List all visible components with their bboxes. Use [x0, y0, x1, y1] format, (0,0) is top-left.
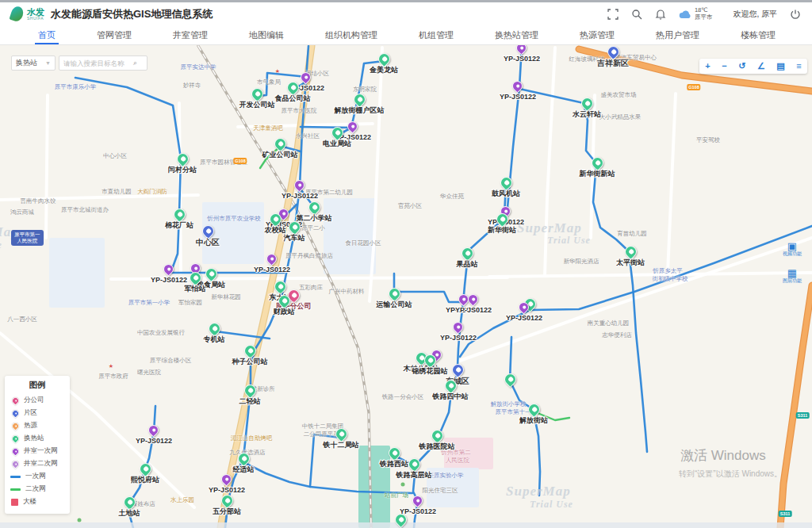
map-pin-label: YP-JS0122 — [504, 55, 540, 63]
reset-view-button[interactable]: ↺ — [738, 62, 745, 71]
nav-item-8[interactable]: 热源管理 — [559, 25, 635, 44]
map-poi-label: 南关重心幼儿园 — [588, 319, 630, 327]
map-poi-label: 食日花园小区 — [346, 239, 381, 247]
logo-text: 水发 — [27, 8, 44, 16]
map-poi-label: 官苑小区 — [398, 202, 422, 210]
well-primary-pin[interactable] — [410, 493, 424, 507]
watermark-text: Trial Use — [547, 235, 591, 247]
nav-item-2[interactable]: 管网管理 — [76, 25, 152, 44]
well-primary-pin[interactable] — [450, 319, 465, 334]
map-pin-label: 锦绣花园站 — [412, 366, 448, 377]
map-pin-label: 铁路高层站 — [396, 470, 432, 480]
nav-item-3[interactable]: 井室管理 — [152, 25, 228, 44]
legend-item-label: 井室一次网 — [24, 446, 58, 456]
map-pin-label: 新华街站 — [488, 225, 516, 235]
map-pin-label: YP-JS0122 — [500, 93, 536, 101]
legend-line-icon — [10, 488, 21, 491]
legend-item-4: 换热站 — [10, 432, 64, 445]
power-icon[interactable] — [790, 9, 801, 20]
map-pin-label: 五分部站 — [213, 507, 241, 517]
map-pin-label: 棉花厂站 — [165, 220, 193, 231]
map-poi-label: 湄江山自助烤吧 — [231, 434, 273, 442]
legend-pin-icon — [10, 421, 21, 431]
map-pin-label: 专机站 — [204, 335, 225, 345]
search-category-value: 换热站 — [16, 58, 37, 68]
nav-item-7[interactable]: 换热站管理 — [474, 25, 559, 44]
nav-item-10[interactable]: 楼栋管理 — [720, 25, 796, 44]
side-button-2[interactable]: ▦图层功能 — [780, 268, 804, 284]
map-pin-label: 中心区 — [196, 237, 220, 248]
map-poi-label: 天津童酒吧 — [253, 124, 283, 132]
app-logo: 水发 SHUIFA — [11, 6, 44, 21]
zoom-in-button[interactable]: + — [705, 62, 710, 71]
nav-item-5[interactable]: 组织机构管理 — [304, 25, 398, 44]
map-poi-label: 志华便利店 — [602, 331, 632, 339]
legend-list-button[interactable]: ≡ — [796, 62, 801, 71]
map-pin-label: YP-JS0122 — [455, 306, 492, 314]
measure-button[interactable]: ∠ — [757, 62, 765, 71]
layers-icon: ▦ — [780, 268, 804, 278]
well-primary-pin[interactable] — [345, 119, 359, 133]
map-poi-label: 永兴社区 — [296, 132, 320, 140]
legend-item-6: 井室二次网 — [10, 457, 64, 470]
zoom-out-button[interactable]: − — [722, 62, 726, 71]
legend-item-label: 分公司 — [24, 396, 44, 405]
well-primary-pin[interactable] — [510, 78, 524, 93]
nav-item-9[interactable]: 热用户管理 — [635, 25, 720, 44]
window-edge — [0, 0, 812, 2]
weather-icon — [679, 10, 691, 19]
map-poi-label: 大阎门消防 — [137, 188, 167, 196]
well-primary-pin[interactable] — [161, 262, 175, 276]
activation-text: 激活 Windows — [680, 446, 766, 465]
well-primary-pin[interactable] — [264, 251, 278, 266]
map-poi-label: 铁路一分会小区 — [382, 393, 424, 401]
well-primary-pin[interactable] — [219, 472, 233, 486]
legend-item-8: 二次网 — [10, 483, 64, 495]
map-poi-label: 东明家院 — [353, 86, 377, 94]
legend-item-7: 一次网 — [10, 470, 64, 483]
side-button-1[interactable]: ▣视频功能 — [780, 241, 804, 257]
hospital-name-badge: 原平市第一人民医院 — [11, 230, 44, 246]
map-poi-label: 中国农业发展银行 — [137, 329, 185, 337]
legend-item-label: 片区 — [24, 408, 37, 418]
header-bar: 水发 SHUIFA 水发能源盾安供热GIS地理信息系统 18℃ 原平市 — [0, 2, 812, 25]
screens-icon: ▣ — [780, 241, 804, 251]
welcome-text: 欢迎您, 原平 — [733, 9, 777, 20]
nav-item-1[interactable]: 首页 — [17, 25, 76, 44]
well-primary-pin[interactable] — [146, 423, 160, 437]
map-pin-label: 矿业公司站 — [262, 150, 298, 160]
road-badge: G108 — [687, 84, 700, 90]
map-pin-label: 果品站 — [457, 259, 478, 270]
map-poi-label: 大小武精品水果 — [599, 113, 642, 121]
map-pin-label: 鼓风机站 — [492, 189, 520, 199]
search-input-wrap: ⌕ — [59, 55, 147, 71]
nav-item-6[interactable]: 机组管理 — [398, 25, 474, 44]
search-category-select[interactable]: 换热站 ▼ — [11, 55, 56, 71]
bell-icon[interactable] — [655, 9, 666, 20]
nav-item-11[interactable]: 小区管理 — [796, 25, 812, 44]
map-poi-label: 原平市大医院 — [282, 107, 317, 115]
station-pin[interactable] — [502, 371, 519, 388]
legend-item-2: 片区 — [10, 407, 64, 419]
legend-item-5: 井室一次网 — [10, 445, 64, 457]
map-pin-label: 铁路医院站 — [419, 442, 455, 452]
map-poi-label: 晋南牛肉水饺 — [21, 197, 56, 205]
well-primary-pin[interactable] — [514, 45, 528, 55]
map-poi-label: 新华林花园 — [211, 293, 241, 301]
map-pin-label: YP-JS0122 — [400, 507, 436, 515]
layer-switch-button[interactable]: ▤ — [776, 62, 784, 71]
fullscreen-icon[interactable] — [607, 9, 619, 20]
search-input[interactable] — [63, 59, 133, 67]
map-pin-label: YP-JS0122 — [209, 486, 245, 494]
well-primary-pin[interactable] — [292, 178, 306, 192]
legend-item-label: 井室二次网 — [24, 459, 58, 469]
legend-line-icon — [10, 476, 21, 478]
well-primary-pin[interactable] — [465, 292, 480, 306]
main-nav: 首页管网管理井室管理地图编辑组织机构管理机组管理换热站管理热源管理热用户管理楼栋… — [0, 25, 812, 45]
search-icon[interactable] — [631, 9, 642, 20]
map-poi-label: 八一西小区 — [7, 316, 37, 323]
search-icon[interactable]: ⌕ — [133, 59, 137, 67]
logo-icon — [9, 5, 25, 23]
map-canvas[interactable]: SuperMapTrial UseSuperMapTrial UseSuperM… — [0, 45, 812, 528]
nav-item-4[interactable]: 地图编辑 — [228, 25, 304, 44]
